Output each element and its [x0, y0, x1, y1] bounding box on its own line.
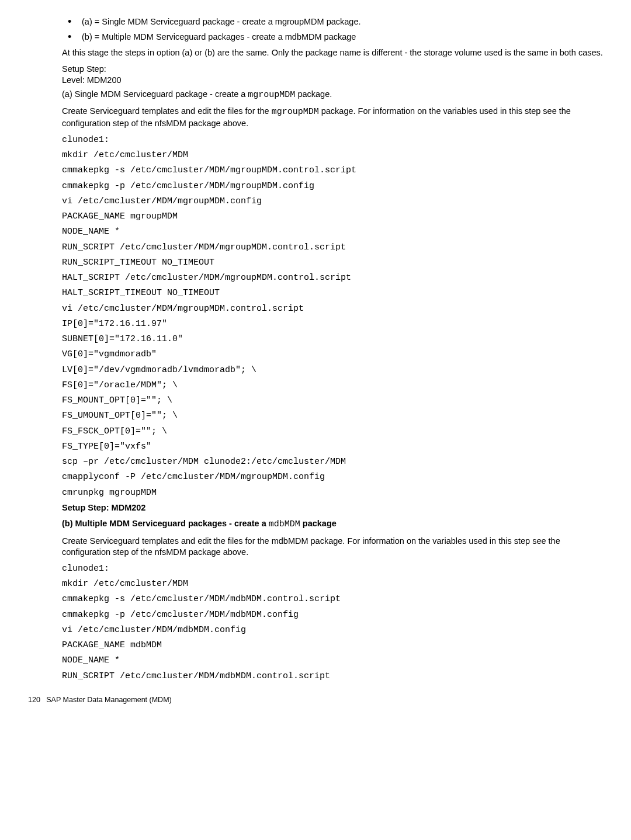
section-b-title: (b) Multiple MDM Serviceguard packages -… — [62, 518, 603, 530]
code-a-l4: cmmakepkg -p /etc/cmcluster/MDM/mgroupMD… — [62, 181, 603, 192]
code-a-l12: vi /etc/cmcluster/MDM/mgroupMDM.control.… — [62, 303, 603, 315]
code-a-l9: RUN_SCRIPT_TIMEOUT NO_TIMEOUT — [62, 257, 603, 269]
section-b-desc: Create Serviceguard templates and edit t… — [62, 536, 603, 558]
setup-step-202: Setup Step: MDM202 — [62, 502, 603, 514]
page-footer: 120 SAP Master Data Management (MDM) — [28, 695, 603, 705]
code-a-l23: cmapplyconf -P /etc/cmcluster/MDM/mgroup… — [62, 471, 603, 483]
setup-step-level: Level: MDM200 — [62, 75, 122, 85]
bullet-list: (a) = Single MDM Serviceguard package - … — [62, 16, 603, 43]
a-title-pre: (a) Single MDM Serviceguard package - cr… — [62, 89, 248, 99]
bullet-b: (b) = Multiple MDM Serviceguard packages… — [62, 32, 603, 43]
intro-text: At this stage the steps in option (a) or… — [62, 47, 603, 59]
b-title-mono: mdbMDM — [269, 519, 300, 529]
code-a-l14: SUBNET[0]="172.16.11.0" — [62, 334, 603, 345]
code-a-l5: vi /etc/cmcluster/MDM/mgroupMDM.config — [62, 196, 603, 207]
code-b-l2: mkdir /etc/cmcluster/MDM — [62, 578, 603, 590]
code-a-l21: FS_TYPE[0]="vxfs" — [62, 441, 603, 453]
b-title-pre: (b) Multiple MDM Serviceguard packages -… — [62, 519, 269, 528]
setup-step-label: Setup Step: — [62, 64, 106, 74]
code-a-l15: VG[0]="vgmdmoradb" — [62, 349, 603, 360]
a-desc-mono: mgroupMDM — [272, 107, 319, 117]
a-title-post: package. — [295, 89, 332, 99]
code-a-l20: FS_FSCK_OPT[0]=""; \ — [62, 426, 603, 438]
section-a-desc: Create Serviceguard templates and edit t… — [62, 106, 603, 130]
code-a-l16: LV[0]="/dev/vgmdmoradb/lvmdmoradb"; \ — [62, 365, 603, 376]
code-a-l17: FS[0]="/oracle/MDM"; \ — [62, 380, 603, 391]
code-a-l13: IP[0]="172.16.11.97" — [62, 318, 603, 330]
code-a-l6: PACKAGE_NAME mgroupMDM — [62, 211, 603, 223]
code-a-l18: FS_MOUNT_OPT[0]=""; \ — [62, 395, 603, 407]
code-b-l7: NODE_NAME * — [62, 655, 603, 667]
code-a-l2: mkdir /etc/cmcluster/MDM — [62, 150, 603, 161]
code-a-l19: FS_UMOUNT_OPT[0]=""; \ — [62, 410, 603, 422]
a-title-mono: mgroupMDM — [248, 90, 295, 100]
code-a-l7: NODE_NAME * — [62, 226, 603, 238]
code-a-l3: cmmakepkg -s /etc/cmcluster/MDM/mgroupMD… — [62, 165, 603, 176]
code-a-l24: cmrunpkg mgroupMDM — [62, 487, 603, 499]
code-b-l4: cmmakepkg -p /etc/cmcluster/MDM/mdbMDM.c… — [62, 609, 603, 621]
code-b-l5: vi /etc/cmcluster/MDM/mdbMDM.config — [62, 624, 603, 636]
footer-title: SAP Master Data Management (MDM) — [46, 696, 171, 704]
code-b-l3: cmmakepkg -s /etc/cmcluster/MDM/mdbMDM.c… — [62, 593, 603, 605]
code-b-l8: RUN_SCRIPT /etc/cmcluster/MDM/mdbMDM.con… — [62, 671, 603, 682]
code-a-l8: RUN_SCRIPT /etc/cmcluster/MDM/mgroupMDM.… — [62, 242, 603, 254]
code-a-l11: HALT_SCRIPT_TIMEOUT NO_TIMEOUT — [62, 287, 603, 299]
code-b-l6: PACKAGE_NAME mdbMDM — [62, 640, 603, 651]
a-desc-pre: Create Serviceguard templates and edit t… — [62, 106, 272, 116]
code-a-l22: scp –pr /etc/cmcluster/MDM clunode2:/etc… — [62, 456, 603, 468]
page-content: (a) = Single MDM Serviceguard package - … — [62, 16, 603, 682]
code-a-l1: clunode1: — [62, 134, 603, 146]
page-number: 120 — [28, 696, 40, 704]
code-b-l1: clunode1: — [62, 563, 603, 575]
bullet-a: (a) = Single MDM Serviceguard package - … — [62, 16, 603, 28]
setup-step-200: Setup Step: Level: MDM200 — [62, 64, 603, 86]
b-title-post: package — [300, 519, 337, 528]
section-a-title: (a) Single MDM Serviceguard package - cr… — [62, 89, 603, 101]
code-a-l10: HALT_SCRIPT /etc/cmcluster/MDM/mgroupMDM… — [62, 272, 603, 284]
